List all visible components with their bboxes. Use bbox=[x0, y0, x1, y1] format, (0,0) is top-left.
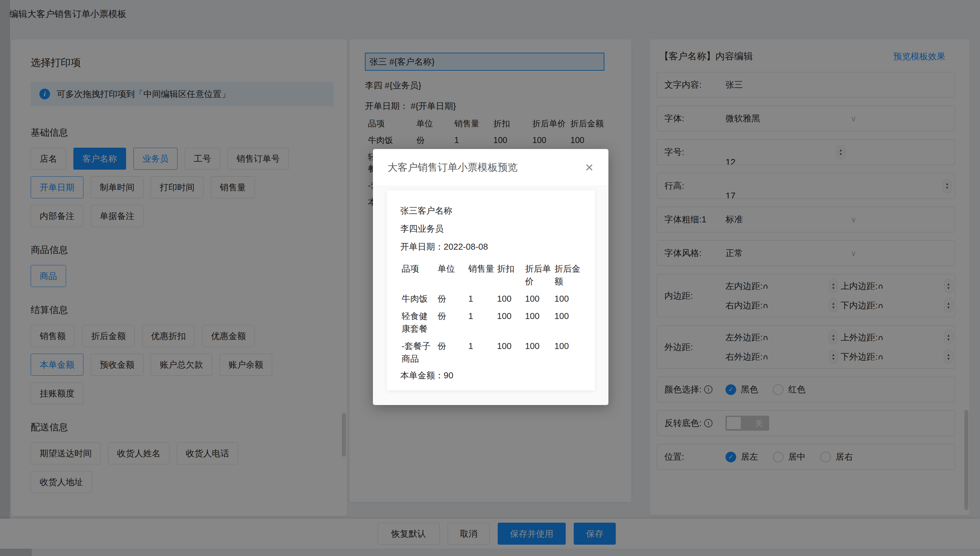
receipt-table-header: 品项 单位 销售量 折扣 折后单价 折后金额 bbox=[402, 262, 595, 288]
receipt-salesman: 李四业务员 bbox=[400, 223, 595, 234]
receipt-customer: 张三客户名称 bbox=[400, 205, 595, 217]
receipt-total: 本单金额：90 bbox=[400, 370, 595, 381]
modal-title: 大客户销售订单小票模板预览 bbox=[387, 161, 518, 175]
modal-body: 张三客户名称 李四业务员 开单日期：2022-08-08 品项 单位 销售量 折… bbox=[373, 186, 608, 405]
receipt-table-row: -套餐子商品 份 1 100 100 100 bbox=[402, 339, 595, 365]
preview-modal: 大客户销售订单小票模板预览 ✕ 张三客户名称 李四业务员 开单日期：2022-0… bbox=[373, 149, 608, 405]
receipt-table: 品项 单位 销售量 折扣 折后单价 折后金额 牛肉饭 份 1 100 100 1… bbox=[400, 262, 595, 365]
receipt-table-row: 轻食健康套餐 份 1 100 100 100 bbox=[402, 310, 595, 335]
receipt-date: 开单日期：2022-08-08 bbox=[400, 241, 595, 252]
close-icon[interactable]: ✕ bbox=[585, 162, 594, 173]
receipt-preview: 张三客户名称 李四业务员 开单日期：2022-08-08 品项 单位 销售量 折… bbox=[387, 190, 595, 390]
receipt-table-row: 牛肉饭 份 1 100 100 100 bbox=[402, 293, 595, 305]
